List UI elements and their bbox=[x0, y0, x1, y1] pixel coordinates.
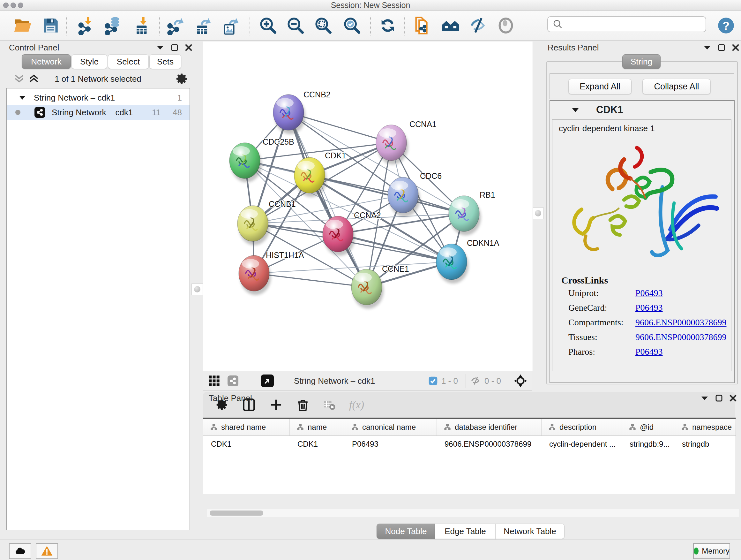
import-network-from-file-icon[interactable] bbox=[77, 16, 96, 35]
network-node-CCNB2[interactable]: CCNB2 bbox=[273, 90, 331, 134]
expand-all-button[interactable]: Expand All bbox=[568, 79, 631, 94]
hidden-eye-icon[interactable] bbox=[470, 375, 481, 386]
delete-column-trash-icon[interactable] bbox=[296, 398, 310, 412]
tab-node-table[interactable]: Node Table bbox=[377, 523, 435, 539]
hide-selected-icon[interactable] bbox=[469, 16, 488, 35]
network-node-CDC25B[interactable]: CDC25B bbox=[229, 137, 294, 182]
zoom-fit-icon[interactable] bbox=[314, 16, 333, 35]
column-header-description[interactable]: description bbox=[542, 419, 622, 435]
maximize-panel-icon[interactable] bbox=[171, 44, 178, 51]
refresh-icon[interactable] bbox=[379, 16, 397, 35]
node-label-HIST1H1A: HIST1H1A bbox=[266, 251, 304, 260]
create-column-plus-icon[interactable] bbox=[269, 398, 283, 412]
column-header-database-identifier[interactable]: database identifier bbox=[437, 419, 542, 435]
network-options-gear-icon[interactable] bbox=[175, 72, 188, 85]
gene-expander-icon[interactable] bbox=[572, 108, 579, 112]
column-header-name[interactable]: name bbox=[290, 419, 344, 435]
network-node-CDC6[interactable]: CDC6 bbox=[388, 172, 442, 217]
network-row[interactable]: String Network – cdk1 11 48 bbox=[7, 105, 190, 120]
network-edge[interactable] bbox=[288, 112, 367, 287]
import-network-from-database-icon[interactable] bbox=[104, 16, 123, 35]
table-cell[interactable]: CDK1 bbox=[290, 436, 344, 452]
left-splitter-grip[interactable] bbox=[192, 284, 203, 295]
network-node-HIST1H1A[interactable]: HIST1H1A bbox=[239, 251, 304, 295]
float-panel-icon[interactable] bbox=[156, 45, 164, 50]
table-row[interactable]: CDK1CDK1P064939606.ENSP00000378699cyclin… bbox=[203, 436, 736, 452]
network-canvas[interactable]: CCNB2CCNA1CDC25BCDK1CDC6RB1CCNB1CCNA2CDK… bbox=[203, 42, 533, 371]
genecard-link[interactable]: P06493 bbox=[635, 303, 663, 313]
zoom-selected-icon[interactable] bbox=[343, 16, 361, 35]
table-cell[interactable]: CDK1 bbox=[203, 436, 290, 452]
save-session-icon[interactable] bbox=[42, 16, 60, 35]
tab-sets[interactable]: Sets bbox=[149, 54, 181, 69]
cloud-button[interactable] bbox=[9, 543, 31, 559]
zoom-out-icon[interactable] bbox=[286, 16, 305, 35]
network-edge[interactable] bbox=[254, 273, 367, 287]
horizontal-scrollbar[interactable] bbox=[207, 509, 739, 517]
tab-select[interactable]: Select bbox=[108, 54, 149, 69]
export-network-icon[interactable] bbox=[167, 16, 185, 35]
network-graph[interactable]: CCNB2CCNA1CDC25BCDK1CDC6RB1CCNB1CCNA2CDK… bbox=[203, 42, 533, 371]
crosslink-row: Uniprot:P06493 bbox=[561, 286, 727, 300]
tree-expander-icon[interactable] bbox=[19, 96, 25, 100]
pharos-link[interactable]: P06493 bbox=[635, 347, 663, 357]
warning-button[interactable] bbox=[36, 543, 58, 559]
network-node-CCNB1[interactable]: CCNB1 bbox=[238, 199, 296, 245]
import-table-from-file-icon[interactable] bbox=[133, 16, 151, 35]
close-panel-icon[interactable] bbox=[185, 44, 192, 51]
maximize-panel-icon[interactable] bbox=[716, 395, 723, 401]
open-session-icon[interactable] bbox=[13, 16, 32, 35]
right-splitter-grip[interactable] bbox=[532, 207, 544, 219]
selected-checkbox-icon[interactable] bbox=[428, 376, 438, 386]
network-collection-row[interactable]: String Network – cdk1 1 bbox=[7, 90, 190, 105]
tab-network-table[interactable]: Network Table bbox=[495, 523, 564, 539]
new-network-from-selection-icon[interactable] bbox=[413, 16, 431, 35]
network-edge[interactable] bbox=[310, 175, 464, 213]
network-node-CDKN1A[interactable]: CDKN1A bbox=[436, 239, 499, 284]
show-all-icon[interactable] bbox=[496, 16, 515, 35]
expand-all-networks-icon[interactable] bbox=[28, 73, 40, 84]
network-node-RB1[interactable]: RB1 bbox=[449, 190, 495, 235]
table-cell[interactable]: stringdb bbox=[674, 436, 736, 452]
table-cell[interactable]: P06493 bbox=[344, 436, 437, 452]
grid-layout-icon[interactable] bbox=[208, 374, 220, 387]
close-panel-icon[interactable] bbox=[730, 395, 737, 401]
close-panel-icon[interactable] bbox=[732, 44, 739, 51]
search-input[interactable] bbox=[563, 19, 705, 29]
table-cell[interactable]: cyclin-dependent ... bbox=[542, 436, 622, 452]
delete-table-icon[interactable] bbox=[323, 398, 336, 411]
gene-card-header[interactable]: CDK1 bbox=[550, 101, 734, 119]
function-builder-icon[interactable]: f(x) bbox=[349, 399, 364, 411]
network-edge[interactable] bbox=[254, 262, 452, 273]
tab-style[interactable]: Style bbox=[71, 54, 107, 69]
table-cell[interactable]: stringdb:9... bbox=[622, 436, 674, 452]
string-style-icon[interactable] bbox=[227, 375, 239, 386]
column-header-canonical-name[interactable]: canonical name bbox=[344, 419, 437, 435]
zoom-in-icon[interactable] bbox=[259, 16, 277, 35]
birdseye-view-icon[interactable] bbox=[261, 374, 274, 387]
float-panel-icon[interactable] bbox=[703, 45, 711, 50]
memory-button[interactable]: Memory bbox=[693, 543, 730, 559]
collapse-all-button[interactable]: Collapse All bbox=[643, 79, 711, 94]
tab-network[interactable]: Network bbox=[22, 54, 71, 69]
maximize-panel-icon[interactable] bbox=[718, 44, 725, 51]
first-neighbors-icon[interactable] bbox=[441, 16, 460, 35]
tab-edge-table[interactable]: Edge Table bbox=[434, 523, 496, 539]
help-icon[interactable]: ? bbox=[718, 17, 735, 34]
table-cell[interactable]: 9606.ENSP00000378699 bbox=[437, 436, 542, 452]
export-image-icon[interactable] bbox=[221, 16, 240, 35]
protein-structure-image bbox=[561, 140, 721, 265]
uniprot-link[interactable]: P06493 bbox=[635, 288, 663, 298]
scrollbar-thumb[interactable] bbox=[210, 510, 263, 516]
export-table-icon[interactable] bbox=[194, 16, 212, 35]
tissues-link[interactable]: 9606.ENSP00000378699 bbox=[635, 332, 726, 342]
tab-string-results[interactable]: String bbox=[622, 54, 661, 69]
compartments-link[interactable]: 9606.ENSP00000378699 bbox=[635, 317, 726, 327]
column-header-shared-name[interactable]: shared name bbox=[203, 419, 290, 435]
column-header--id[interactable]: @id bbox=[622, 419, 674, 435]
collapse-all-networks-icon[interactable] bbox=[13, 73, 25, 84]
float-panel-icon[interactable] bbox=[701, 395, 709, 401]
column-header-namespace[interactable]: namespace bbox=[674, 419, 736, 435]
pan-crosshair-icon[interactable] bbox=[514, 374, 528, 388]
network-node-CCNE1[interactable]: CCNE1 bbox=[351, 264, 409, 309]
